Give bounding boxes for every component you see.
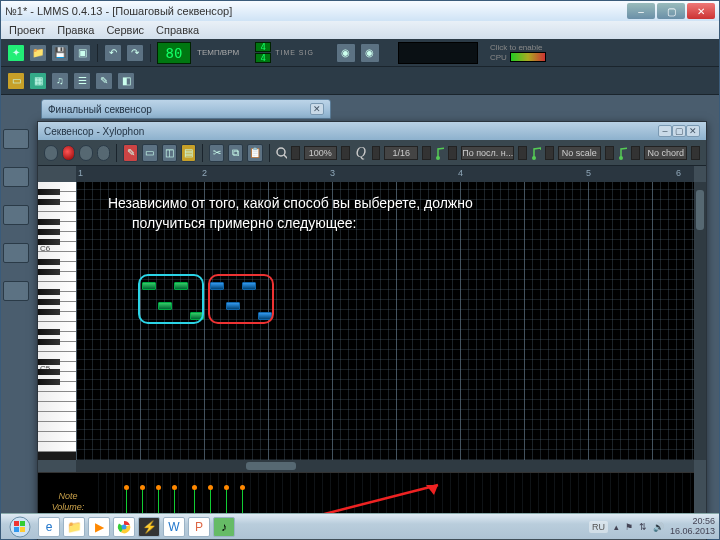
stop-button[interactable] [97, 145, 111, 161]
zoom-up[interactable] [341, 146, 350, 160]
svg-point-3 [532, 156, 536, 160]
window-maximize-button[interactable]: ▢ [657, 3, 685, 19]
menu-edit[interactable]: Правка [57, 24, 94, 36]
export-button[interactable]: ▣ [73, 44, 91, 62]
pianoroll-body: 1 2 3 4 5 6 [38, 166, 706, 540]
taskbar-clock[interactable]: 20:56 16.06.2013 [670, 517, 715, 537]
chord-up[interactable] [691, 146, 700, 160]
notelen-up[interactable] [518, 146, 527, 160]
sidedock-presets[interactable] [3, 205, 29, 225]
piano-keys[interactable]: C6 C5 [38, 182, 76, 460]
new-button[interactable]: ✦ [7, 44, 25, 62]
save-button[interactable]: 💾 [51, 44, 69, 62]
pianoroll-close-button[interactable]: ✕ [686, 125, 700, 137]
quant-value[interactable]: 1/16 [384, 146, 417, 160]
controller-toggle[interactable]: ◧ [117, 72, 135, 90]
quant-down[interactable] [372, 146, 381, 160]
play-button[interactable] [44, 145, 58, 161]
zoom-value[interactable]: 100% [304, 146, 337, 160]
notes-toggle[interactable]: ✎ [95, 72, 113, 90]
window-close-button[interactable]: ✕ [687, 3, 715, 19]
open-button[interactable]: 📁 [29, 44, 47, 62]
erase-tool[interactable]: ▭ [142, 144, 157, 162]
paste-button[interactable]: 📋 [247, 144, 262, 162]
scale-down[interactable] [545, 146, 554, 160]
app-area: ✦ 📁 💾 ▣ ↶ ↷ 80 ТЕМП/BPM 4 4 TIME SIG ◉ ◉ [1, 39, 719, 513]
window-minimize-button[interactable]: – [627, 3, 655, 19]
ruler-mark: 1 [78, 168, 83, 178]
pianoroll-toolbar: ✎ ▭ ◫ ▤ ✂ ⧉ 📋 100% Q 1/16 По посл. н.. [38, 140, 706, 166]
ruler-mark: 4 [458, 168, 463, 178]
scale-up[interactable] [605, 146, 614, 160]
fx-mixer-toggle[interactable]: ☰ [73, 72, 91, 90]
taskbar-ie-icon[interactable]: e [38, 517, 60, 537]
record-button[interactable] [62, 145, 76, 161]
taskbar-word-icon[interactable]: W [163, 517, 185, 537]
taskbar-powerpoint-icon[interactable]: P [188, 517, 210, 537]
language-indicator[interactable]: RU [589, 521, 608, 533]
pianoroll-window: Секвенсор - Xylophon – ▢ ✕ ✎ ▭ ◫ ▤ ✂ ⧉ 📋 [37, 121, 707, 540]
master-volume-knob[interactable]: ◉ [336, 43, 356, 63]
copy-button[interactable]: ⧉ [228, 144, 243, 162]
ruler[interactable]: 1 2 3 4 5 6 [76, 166, 694, 182]
bbeditor-toggle[interactable]: ▦ [29, 72, 47, 90]
start-button[interactable] [5, 516, 35, 538]
notelen-value[interactable]: По посл. н... [461, 146, 514, 160]
notelen-down[interactable] [448, 146, 457, 160]
songeditor-toggle[interactable]: ▭ [7, 72, 25, 90]
quant-up[interactable] [422, 146, 431, 160]
menu-help[interactable]: Справка [156, 24, 199, 36]
sidedock-instruments[interactable] [3, 129, 29, 149]
pianoroll-scroll-vertical[interactable] [694, 182, 706, 460]
menu-project[interactable]: Проект [9, 24, 45, 36]
taskbar-wmp-icon[interactable]: ▶ [88, 517, 110, 537]
taskbar: e 📁 ▶ ⚡ W P ♪ RU ▴ ⚑ ⇅ 🔊 20:56 16.06.201… [1, 513, 719, 539]
pianoroll-scroll-horizontal[interactable] [76, 460, 694, 472]
ruler-mark: 2 [202, 168, 207, 178]
annotation-line2: получиться примерно следующее: [108, 214, 473, 234]
cpu-meter [510, 52, 546, 62]
zoom-down[interactable] [291, 146, 300, 160]
pianoroll-max-button[interactable]: ▢ [672, 125, 686, 137]
highlight-cyan [138, 274, 204, 324]
redo-button[interactable]: ↷ [126, 44, 144, 62]
draw-tool[interactable]: ✎ [123, 144, 138, 162]
chord-down[interactable] [631, 146, 640, 160]
undo-button[interactable]: ↶ [104, 44, 122, 62]
tempo-display[interactable]: 80 [157, 42, 191, 64]
detune-tool[interactable]: ▤ [181, 144, 196, 162]
taskbar-winamp-icon[interactable]: ⚡ [138, 517, 160, 537]
main-toolbar-2: ▭ ▦ ♫ ☰ ✎ ◧ [1, 67, 719, 95]
tray-flag-icon[interactable]: ⚑ [625, 522, 633, 532]
select-tool[interactable]: ◫ [162, 144, 177, 162]
pianoroll-min-button[interactable]: – [658, 125, 672, 137]
pianoroll-titlebar[interactable]: Секвенсор - Xylophon – ▢ ✕ [38, 122, 706, 140]
taskbar-explorer-icon[interactable]: 📁 [63, 517, 85, 537]
master-pitch-knob[interactable]: ◉ [360, 43, 380, 63]
tray-up-icon[interactable]: ▴ [614, 522, 619, 532]
quantize-icon: Q [354, 145, 368, 161]
songeditor-window[interactable]: Финальный секвенсор ✕ [41, 99, 331, 119]
chord-value[interactable]: No chord [644, 146, 687, 160]
taskbar-lmms-icon[interactable]: ♪ [213, 517, 235, 537]
tray-net-icon[interactable]: ⇅ [639, 522, 647, 532]
sidedock-samples[interactable] [3, 167, 29, 187]
chord-icon [618, 146, 628, 160]
window-title: №1* - LMMS 0.4.13 - [Пошаговый секвенсор… [5, 5, 232, 17]
scale-icon [531, 146, 541, 160]
sidedock-computer[interactable] [3, 281, 29, 301]
visualizer[interactable] [398, 42, 478, 64]
record-accomp-button[interactable] [79, 145, 93, 161]
songeditor-close[interactable]: ✕ [310, 103, 324, 115]
app-window: №1* - LMMS 0.4.13 - [Пошаговый секвенсор… [0, 0, 720, 540]
tray-sound-icon[interactable]: 🔊 [653, 522, 664, 532]
annotation-line1: Независимо от того, какой способ вы выбе… [108, 194, 473, 214]
scale-value[interactable]: No scale [558, 146, 601, 160]
taskbar-chrome-icon[interactable] [113, 517, 135, 537]
timesig-display[interactable]: 4 4 [255, 42, 271, 63]
menu-tools[interactable]: Сервис [106, 24, 144, 36]
cut-button[interactable]: ✂ [209, 144, 224, 162]
svg-rect-8 [14, 521, 19, 526]
sidedock-home[interactable] [3, 243, 29, 263]
pianoroll-toggle[interactable]: ♫ [51, 72, 69, 90]
